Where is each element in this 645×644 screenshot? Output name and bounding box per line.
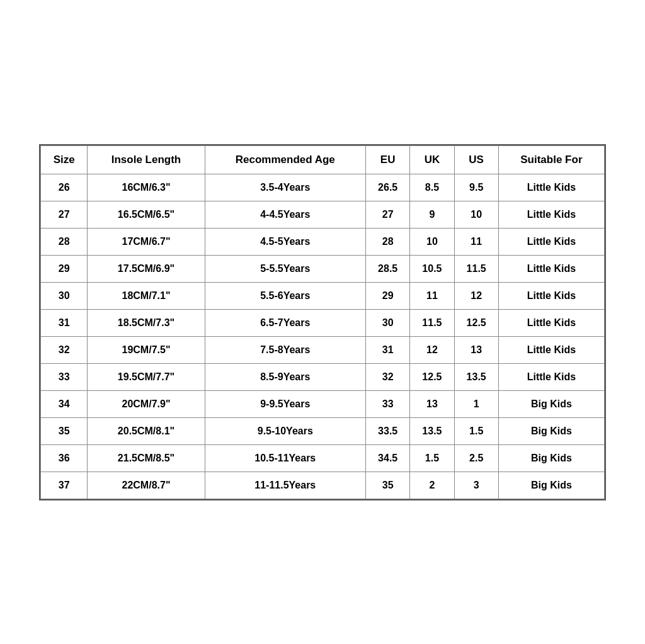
cell-row10-col6: Big Kids: [498, 444, 604, 472]
cell-row10-col3: 34.5: [366, 444, 410, 472]
header-us: US: [454, 145, 498, 174]
cell-row9-col0: 35: [41, 417, 88, 444]
cell-row1-col0: 27: [41, 201, 88, 228]
cell-row9-col3: 33.5: [366, 417, 410, 444]
cell-row7-col3: 32: [366, 363, 410, 390]
cell-row5-col1: 18.5CM/7.3": [88, 309, 205, 336]
cell-row6-col5: 13: [454, 336, 498, 363]
cell-row8-col0: 34: [41, 390, 88, 417]
cell-row4-col4: 11: [410, 282, 454, 309]
cell-row6-col3: 31: [366, 336, 410, 363]
cell-row6-col6: Little Kids: [498, 336, 604, 363]
cell-row3-col4: 10.5: [410, 255, 454, 282]
cell-row0-col1: 16CM/6.3": [88, 174, 205, 201]
cell-row2-col5: 11: [454, 228, 498, 255]
cell-row2-col1: 17CM/6.7": [88, 228, 205, 255]
cell-row8-col1: 20CM/7.9": [88, 390, 205, 417]
cell-row4-col5: 12: [454, 282, 498, 309]
cell-row2-col0: 28: [41, 228, 88, 255]
table-row: 2917.5CM/6.9"5-5.5Years28.510.511.5Littl…: [41, 255, 605, 282]
cell-row10-col1: 21.5CM/8.5": [88, 444, 205, 472]
cell-row8-col4: 13: [410, 390, 454, 417]
cell-row4-col0: 30: [41, 282, 88, 309]
cell-row6-col4: 12: [410, 336, 454, 363]
cell-row8-col6: Big Kids: [498, 390, 604, 417]
cell-row9-col6: Big Kids: [498, 417, 604, 444]
cell-row7-col2: 8.5-9Years: [205, 363, 366, 390]
cell-row1-col1: 16.5CM/6.5": [88, 201, 205, 228]
cell-row0-col0: 26: [41, 174, 88, 201]
table-row: 2817CM/6.7"4.5-5Years281011Little Kids: [41, 228, 605, 255]
table-row: 3319.5CM/7.7"8.5-9Years3212.513.5Little …: [41, 363, 605, 390]
table-row: 3722CM/8.7"11-11.5Years3523Big Kids: [41, 472, 605, 499]
header-insole: Insole Length: [88, 145, 205, 174]
header-suitable: Suitable For: [498, 145, 604, 174]
size-chart-table: Size Insole Length Recommended Age EU UK…: [40, 145, 605, 499]
cell-row4-col1: 18CM/7.1": [88, 282, 205, 309]
cell-row6-col1: 19CM/7.5": [88, 336, 205, 363]
table-row: 3420CM/7.9"9-9.5Years33131Big Kids: [41, 390, 605, 417]
cell-row1-col5: 10: [454, 201, 498, 228]
cell-row10-col2: 10.5-11Years: [205, 444, 366, 472]
table-row: 3621.5CM/8.5"10.5-11Years34.51.52.5Big K…: [41, 444, 605, 472]
cell-row7-col6: Little Kids: [498, 363, 604, 390]
table-row: 2616CM/6.3"3.5-4Years26.58.59.5Little Ki…: [41, 174, 605, 201]
size-chart-wrapper: Size Insole Length Recommended Age EU UK…: [39, 144, 606, 500]
cell-row3-col3: 28.5: [366, 255, 410, 282]
table-row: 3118.5CM/7.3"6.5-7Years3011.512.5Little …: [41, 309, 605, 336]
cell-row2-col6: Little Kids: [498, 228, 604, 255]
cell-row7-col1: 19.5CM/7.7": [88, 363, 205, 390]
cell-row6-col2: 7.5-8Years: [205, 336, 366, 363]
cell-row4-col3: 29: [366, 282, 410, 309]
table-header-row: Size Insole Length Recommended Age EU UK…: [41, 145, 605, 174]
cell-row7-col5: 13.5: [454, 363, 498, 390]
cell-row3-col2: 5-5.5Years: [205, 255, 366, 282]
cell-row5-col0: 31: [41, 309, 88, 336]
cell-row8-col3: 33: [366, 390, 410, 417]
cell-row7-col4: 12.5: [410, 363, 454, 390]
cell-row2-col2: 4.5-5Years: [205, 228, 366, 255]
cell-row4-col6: Little Kids: [498, 282, 604, 309]
cell-row2-col3: 28: [366, 228, 410, 255]
cell-row8-col2: 9-9.5Years: [205, 390, 366, 417]
cell-row0-col3: 26.5: [366, 174, 410, 201]
cell-row5-col2: 6.5-7Years: [205, 309, 366, 336]
header-age: Recommended Age: [205, 145, 366, 174]
cell-row0-col6: Little Kids: [498, 174, 604, 201]
cell-row3-col0: 29: [41, 255, 88, 282]
cell-row5-col4: 11.5: [410, 309, 454, 336]
cell-row2-col4: 10: [410, 228, 454, 255]
cell-row1-col2: 4-4.5Years: [205, 201, 366, 228]
cell-row3-col5: 11.5: [454, 255, 498, 282]
cell-row1-col3: 27: [366, 201, 410, 228]
cell-row11-col2: 11-11.5Years: [205, 472, 366, 499]
cell-row5-col5: 12.5: [454, 309, 498, 336]
cell-row3-col1: 17.5CM/6.9": [88, 255, 205, 282]
cell-row0-col5: 9.5: [454, 174, 498, 201]
cell-row0-col2: 3.5-4Years: [205, 174, 366, 201]
cell-row11-col0: 37: [41, 472, 88, 499]
table-row: 3219CM/7.5"7.5-8Years311213Little Kids: [41, 336, 605, 363]
cell-row4-col2: 5.5-6Years: [205, 282, 366, 309]
header-eu: EU: [366, 145, 410, 174]
cell-row11-col4: 2: [410, 472, 454, 499]
cell-row11-col6: Big Kids: [498, 472, 604, 499]
cell-row0-col4: 8.5: [410, 174, 454, 201]
table-row: 2716.5CM/6.5"4-4.5Years27910Little Kids: [41, 201, 605, 228]
cell-row9-col1: 20.5CM/8.1": [88, 417, 205, 444]
cell-row1-col6: Little Kids: [498, 201, 604, 228]
cell-row10-col5: 2.5: [454, 444, 498, 472]
cell-row5-col6: Little Kids: [498, 309, 604, 336]
cell-row3-col6: Little Kids: [498, 255, 604, 282]
table-row: 3018CM/7.1"5.5-6Years291112Little Kids: [41, 282, 605, 309]
cell-row9-col2: 9.5-10Years: [205, 417, 366, 444]
cell-row11-col3: 35: [366, 472, 410, 499]
header-uk: UK: [410, 145, 454, 174]
cell-row5-col3: 30: [366, 309, 410, 336]
table-row: 3520.5CM/8.1"9.5-10Years33.513.51.5Big K…: [41, 417, 605, 444]
cell-row11-col5: 3: [454, 472, 498, 499]
cell-row9-col4: 13.5: [410, 417, 454, 444]
cell-row9-col5: 1.5: [454, 417, 498, 444]
cell-row1-col4: 9: [410, 201, 454, 228]
cell-row6-col0: 32: [41, 336, 88, 363]
